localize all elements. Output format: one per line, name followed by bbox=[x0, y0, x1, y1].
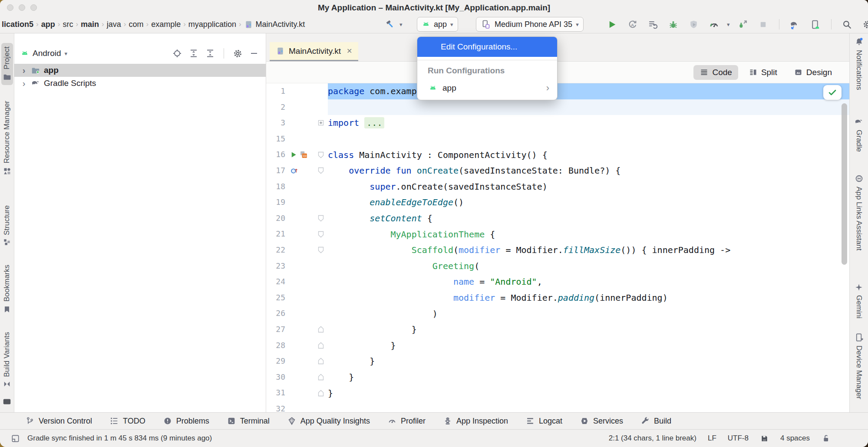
sidebar-item-build-variants[interactable]: Build Variants bbox=[1, 329, 13, 392]
tool-window-button-app-inspection[interactable]: App Inspection bbox=[443, 416, 508, 426]
tool-window-button-logcat[interactable]: Logcat bbox=[525, 416, 562, 426]
code-line-20[interactable]: 20 setContent { bbox=[266, 210, 849, 227]
sidebar-item-gradle[interactable]: Gradle bbox=[853, 114, 865, 155]
fold-close-icon[interactable] bbox=[318, 326, 324, 333]
code-line-27[interactable]: 27 } bbox=[266, 322, 849, 338]
caret-position[interactable]: 2:1 (34 chars, 1 line break) bbox=[609, 434, 696, 443]
chevron-down-icon[interactable]: ▾ bbox=[727, 22, 730, 27]
minimize-window-button[interactable] bbox=[19, 4, 25, 11]
sidebar-item-app-links-assistant[interactable]: App Links Assistant bbox=[853, 170, 865, 254]
fold-open-icon[interactable] bbox=[318, 151, 324, 158]
code-area[interactable]: 1package com.example.myapplication23impo… bbox=[266, 83, 849, 412]
mode-design-button[interactable]: Design bbox=[788, 65, 838, 80]
preview-gutter-icon[interactable]: <> bbox=[299, 150, 308, 159]
sidebar-item-structure[interactable]: Structure bbox=[1, 202, 13, 250]
tree-row-gradle-scripts[interactable]: ›Gradle Scripts bbox=[14, 77, 266, 90]
menu-item-app[interactable]: app › bbox=[417, 79, 557, 97]
tool-window-layout-icon[interactable] bbox=[10, 434, 20, 444]
locate-file-button[interactable] bbox=[172, 48, 183, 59]
run-configuration-dropdown[interactable]: app ▾ bbox=[417, 17, 458, 32]
tool-window-button-version-control[interactable]: Version Control bbox=[25, 416, 92, 426]
save-indicator[interactable] bbox=[760, 434, 769, 443]
breadcrumb-item-mainactivity-kt[interactable]: MainActivity.kt bbox=[243, 20, 306, 29]
chevron-right-icon[interactable]: › bbox=[20, 79, 27, 89]
fold-open-icon[interactable] bbox=[318, 231, 324, 238]
breadcrumb-item-example[interactable]: example bbox=[150, 20, 182, 29]
tool-window-button-problems[interactable]: Problems bbox=[163, 416, 209, 426]
code-line-24[interactable]: 24 name = "Android", bbox=[266, 274, 849, 290]
code-line-28[interactable]: 28 } bbox=[266, 338, 849, 354]
write-access[interactable] bbox=[821, 434, 831, 443]
close-icon[interactable]: ✕ bbox=[347, 47, 352, 55]
tool-window-button-terminal[interactable]: Terminal bbox=[227, 416, 270, 426]
run-button[interactable] bbox=[604, 17, 619, 32]
line-ending[interactable]: LF bbox=[708, 434, 716, 443]
tool-window-button-todo[interactable]: TODO bbox=[109, 416, 145, 426]
menu-item-edit-configurations[interactable]: Edit Configurations... bbox=[417, 37, 557, 57]
collapse-all-button[interactable] bbox=[205, 48, 216, 59]
code-line-21[interactable]: 21 MyApplicationTheme { bbox=[266, 226, 849, 242]
hide-button[interactable] bbox=[248, 48, 260, 59]
options-button[interactable] bbox=[232, 48, 243, 59]
code-line-18[interactable]: 18 super.onCreate(savedInstanceState) bbox=[266, 179, 849, 195]
code-line-23[interactable]: 23 Greeting( bbox=[266, 258, 849, 274]
code-line-2[interactable]: 2 bbox=[266, 99, 849, 115]
settings-button[interactable] bbox=[860, 17, 868, 32]
breadcrumb-item-lication5[interactable]: lication5 bbox=[1, 20, 34, 29]
breadcrumb-item-com[interactable]: com bbox=[128, 20, 144, 29]
override-gutter-icon[interactable] bbox=[290, 166, 299, 175]
stop-button[interactable] bbox=[756, 17, 771, 32]
code-line-17[interactable]: 17 override fun onCreate(savedInstanceSt… bbox=[266, 163, 849, 179]
tool-window-button-app-quality-insights[interactable]: App Quality Insights bbox=[287, 416, 370, 426]
zoom-window-button[interactable] bbox=[30, 4, 37, 11]
code-line-30[interactable]: 30 } bbox=[266, 369, 849, 385]
indent-setting[interactable]: 4 spaces bbox=[780, 434, 810, 443]
mode-code-button[interactable]: Code bbox=[693, 65, 738, 80]
code-line-26[interactable]: 26 ) bbox=[266, 306, 849, 322]
breadcrumb-item-app[interactable]: app bbox=[40, 20, 56, 29]
sidebar-item-resource-manager[interactable]: Resource Manager bbox=[1, 97, 13, 179]
tool-window-button-profiler[interactable]: Profiler bbox=[387, 416, 426, 426]
inspection-status-widget[interactable] bbox=[823, 85, 842, 100]
apply-code-changes-button[interactable] bbox=[645, 17, 660, 32]
code-line-25[interactable]: 25 modifier = Modifier.padding(innerPadd… bbox=[266, 290, 849, 306]
code-line-15[interactable]: 15 bbox=[266, 131, 849, 147]
fold-open-icon[interactable] bbox=[318, 215, 324, 222]
sidebar-item-notifications[interactable]: Notifications bbox=[853, 33, 865, 94]
device-manager-button[interactable] bbox=[808, 17, 823, 32]
sync-gradle-button[interactable] bbox=[788, 17, 802, 32]
tool-window-button-services[interactable]: Services bbox=[580, 416, 623, 426]
expand-all-button[interactable] bbox=[188, 48, 199, 59]
sidebar-item-gemini[interactable]: Gemini bbox=[853, 279, 865, 322]
sidebar-item-bookmarks[interactable]: Bookmarks bbox=[1, 261, 13, 317]
fold-close-icon[interactable] bbox=[318, 390, 324, 397]
debug-button[interactable] bbox=[666, 17, 680, 32]
fold-plus-icon[interactable] bbox=[318, 120, 324, 126]
fold-open-icon[interactable] bbox=[318, 247, 324, 253]
code-line-22[interactable]: 22 Scaffold(modifier = Modifier.fillMaxS… bbox=[266, 242, 849, 258]
chevron-down-icon[interactable]: ▾ bbox=[65, 51, 68, 56]
code-line-19[interactable]: 19 enableEdgeToEdge() bbox=[266, 194, 849, 210]
sidebar-item-project[interactable]: Project bbox=[1, 43, 13, 85]
breadcrumb-item-src[interactable]: src bbox=[62, 20, 74, 29]
tool-window-button-build[interactable]: Build bbox=[640, 416, 671, 426]
fold-open-icon[interactable] bbox=[318, 167, 324, 174]
mode-split-button[interactable]: Split bbox=[743, 65, 783, 80]
chevron-right-icon[interactable]: › bbox=[20, 66, 27, 76]
editor-scrollbar[interactable] bbox=[842, 103, 847, 265]
fold-close-icon[interactable] bbox=[318, 358, 324, 365]
code-line-31[interactable]: 31} bbox=[266, 385, 849, 401]
tool-window-anchor-icon[interactable] bbox=[2, 397, 12, 408]
build-project-button[interactable] bbox=[382, 17, 397, 32]
breadcrumb-item-myapplication[interactable]: myapplication bbox=[188, 20, 237, 29]
attach-debugger-button[interactable] bbox=[736, 17, 750, 32]
search-everywhere-button[interactable] bbox=[840, 17, 855, 32]
close-window-button[interactable] bbox=[7, 4, 13, 11]
run-gutter-icon[interactable] bbox=[290, 151, 298, 159]
fold-close-icon[interactable] bbox=[318, 342, 324, 349]
tab-mainactivity[interactable]: MainActivity.kt ✕ bbox=[270, 42, 358, 61]
tree-row-app[interactable]: ›app bbox=[14, 64, 266, 77]
sidebar-item-device-manager[interactable]: Device Manager bbox=[853, 329, 865, 403]
profiler-button[interactable] bbox=[706, 17, 721, 32]
code-line-1[interactable]: 1package com.example.myapplication bbox=[266, 83, 849, 99]
